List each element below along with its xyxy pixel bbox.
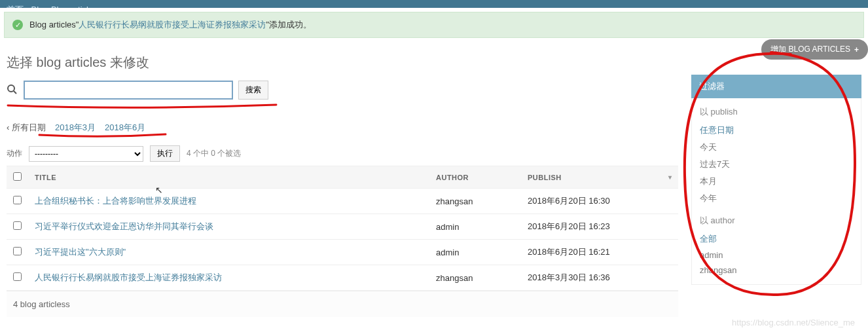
filter-header: 过滤器 [691, 75, 861, 98]
article-title-link[interactable]: 上合组织秘书长：上合将影响世界发展进程 [35, 196, 196, 206]
result-count: 4 blog articless [7, 291, 678, 317]
svg-line-1 [14, 91, 16, 94]
sort-indicator-icon: ▾ [668, 174, 672, 181]
article-publish: 2018年6月20日 16:30 [521, 189, 678, 214]
col-publish[interactable]: PUBLISH▾ [521, 166, 678, 189]
table-row: 人民银行行长易纲就股市接受上海证券报独家采访zhangsan2018年3月30日… [7, 265, 678, 291]
filter-item[interactable]: 今天 [692, 139, 861, 156]
article-author: admin [429, 240, 521, 265]
date-link-0[interactable]: 2018年3月 [55, 122, 96, 134]
filter-item[interactable]: 本月 [692, 173, 861, 190]
table-row: 上合组织秘书长：上合将影响世界发展进程zhangsan2018年6月20日 16… [7, 189, 678, 214]
action-select[interactable]: --------- [29, 146, 143, 162]
article-title-link[interactable]: 习近平提出这"六大原则" [35, 247, 126, 257]
filter-group-title: 以 publish [692, 98, 861, 122]
filter-item[interactable]: 全部 [692, 231, 861, 248]
plus-icon: + [854, 45, 859, 54]
page-title: 选择 blog articles 来修改 [7, 54, 678, 71]
search-bar: 搜索 [7, 81, 678, 100]
add-button-label: 增加 BLOG ARTICLES [770, 44, 850, 55]
svg-point-0 [8, 85, 14, 92]
filter-item[interactable]: 过去7天 [692, 156, 861, 173]
date-back-link[interactable]: ‹ 所有日期 [7, 122, 46, 134]
article-author: zhangsan [429, 265, 521, 291]
breadcrumb: 首页 › Blu › Blog articless [0, 0, 868, 8]
article-author: admin [429, 214, 521, 240]
table-row: 习近平提出这"六大原则"admin2018年6月20日 16:21 [7, 240, 678, 265]
filter-item[interactable]: 任意日期 [692, 122, 861, 139]
article-publish: 2018年6月20日 16:23 [521, 214, 678, 240]
filter-panel: 过滤器 以 publish任意日期今天过去7天本月今年以 author全部adm… [691, 75, 861, 285]
article-publish: 2018年6月20日 16:21 [521, 240, 678, 265]
add-article-button[interactable]: 增加 BLOG ARTICLES + [761, 39, 868, 60]
row-checkbox[interactable] [13, 272, 22, 281]
success-prefix: Blog articles" [29, 20, 79, 29]
select-all-header [7, 166, 28, 189]
article-author: zhangsan [429, 189, 521, 214]
filter-item[interactable]: zhangsan [692, 263, 861, 278]
checkmark-icon: ✓ [12, 20, 23, 30]
watermark: https://blog.csdn.net/Slience_me [732, 318, 855, 324]
selection-counter: 4 个中 0 个被选 [187, 148, 241, 159]
success-message: ✓ Blog articles"人民银行行长易纲就股市接受上海证券报独家采访"添… [4, 12, 864, 38]
date-link-1[interactable]: 2018年6月 [105, 122, 145, 134]
row-checkbox[interactable] [13, 196, 22, 204]
article-table: TITLE AUTHOR PUBLISH▾ 上合组织秘书长：上合将影响世界发展进… [7, 166, 678, 291]
row-checkbox[interactable] [13, 221, 22, 230]
article-title-link[interactable]: 人民银行行长易纲就股市接受上海证券报独家采访 [35, 272, 222, 282]
search-input[interactable] [24, 81, 233, 100]
select-all-checkbox[interactable] [13, 172, 22, 181]
go-button[interactable]: 执行 [150, 145, 180, 162]
table-row: 习近平举行仪式欢迎金正恩访华并同其举行会谈admin2018年6月20日 16:… [7, 214, 678, 240]
cursor-icon: ↖ [155, 185, 163, 195]
action-bar: 动作 --------- 执行 4 个中 0 个被选 [7, 145, 678, 162]
row-checkbox[interactable] [13, 247, 22, 255]
success-object-link[interactable]: 人民银行行长易纲就股市接受上海证券报独家采访 [79, 20, 266, 29]
breadcrumb-text: 首页 › Blu › Blog articless [7, 5, 101, 8]
col-author[interactable]: AUTHOR [429, 166, 521, 189]
annotation-underline-search [7, 102, 678, 110]
search-button[interactable]: 搜索 [238, 81, 268, 100]
col-publish-label: PUBLISH [528, 174, 562, 181]
article-title-link[interactable]: 习近平举行仪式欢迎金正恩访华并同其举行会谈 [35, 221, 213, 231]
action-label: 动作 [7, 148, 22, 159]
article-publish: 2018年3月30日 16:36 [521, 265, 678, 291]
filter-item[interactable]: admin [692, 248, 861, 263]
filter-item[interactable]: 今年 [692, 190, 861, 207]
success-suffix: "添加成功。 [266, 20, 312, 29]
col-title[interactable]: TITLE [28, 166, 429, 189]
filter-group-title: 以 author [692, 207, 861, 231]
search-icon [7, 84, 17, 97]
